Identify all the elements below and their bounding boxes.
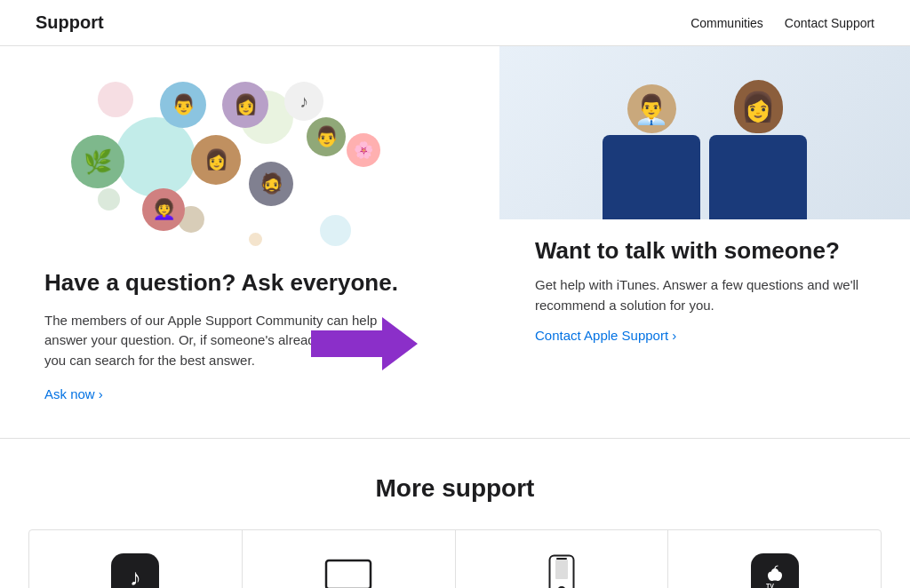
contact-apple-support-link[interactable]: Contact Apple Support › — [535, 328, 676, 343]
person-1-head: 👨‍💼 — [627, 84, 676, 133]
avatar-5: 👩‍🦱 — [142, 188, 185, 231]
people-illustration: 👨‍💼 👩 — [499, 46, 910, 233]
color-blob-pink — [98, 82, 133, 117]
support-item-watch[interactable]: Watch Movies & TV Shows › — [243, 530, 456, 588]
panel-left: 👨 👩 🌿 👩 👩‍🦱 🧔 👨 ♪ 🌸 Have a question? Ask… — [0, 46, 499, 438]
avatar-1: 👨 — [160, 82, 206, 128]
support-item-ipod[interactable]: iPod Support › — [456, 530, 669, 588]
avatar-7: 👨 — [307, 117, 346, 156]
color-blob-peach — [249, 233, 262, 246]
music-note-bubble: ♪ — [284, 82, 323, 121]
support-grid: ♪ Music Support › Watch Movies & TV Show… — [28, 529, 882, 588]
person-2: 👩 — [709, 80, 807, 233]
apple-tv-icon: TV — [751, 553, 799, 588]
color-blob-blue — [320, 215, 351, 246]
more-support-section: More support ♪ Music Support › Watch Mov… — [0, 439, 910, 588]
music-icon-wrap: ♪ — [110, 552, 160, 588]
header-nav: Communities Contact Support — [690, 16, 874, 30]
panel-right-content: Want to talk with someone? Get help with… — [499, 219, 910, 438]
panel-right: 👨‍💼 👩 Want to talk with someone? Get hel… — [499, 46, 910, 438]
svg-marker-0 — [311, 317, 418, 370]
avatar-4: 👩 — [191, 135, 241, 185]
more-support-heading: More support — [18, 474, 892, 503]
ipod-icon-wrap — [537, 552, 587, 588]
ask-now-link[interactable]: Ask now › — [44, 386, 103, 401]
person-2-body — [709, 135, 807, 233]
arrow-decoration — [311, 317, 418, 374]
left-heading: Have a question? Ask everyone. — [44, 268, 455, 298]
bubble-cluster: 👨 👩 🌿 👩 👩‍🦱 🧔 👨 ♪ 🌸 — [44, 73, 364, 250]
person-1: 👨‍💼 — [603, 84, 700, 233]
right-body: Get help with iTunes. Answer a few quest… — [535, 275, 873, 315]
nav-contact-support[interactable]: Contact Support — [785, 16, 874, 30]
avatar-6: 🧔 — [249, 162, 293, 206]
header: Support Communities Contact Support — [0, 0, 910, 46]
svg-text:TV: TV — [766, 583, 774, 588]
tv-outline-icon — [324, 558, 372, 588]
support-item-music[interactable]: ♪ Music Support › — [29, 530, 243, 588]
nav-communities[interactable]: Communities — [690, 16, 763, 30]
avatar-3: 🌿 — [71, 135, 124, 188]
main-content: 👨 👩 🌿 👩 👩‍🦱 🧔 👨 ♪ 🌸 Have a question? Ask… — [0, 46, 910, 439]
music-icon: ♪ — [111, 553, 159, 588]
header-logo: Support — [36, 12, 104, 33]
flower-bubble: 🌸 — [347, 133, 380, 167]
svg-rect-1 — [326, 560, 371, 588]
person-1-body — [603, 135, 700, 233]
color-blob-sage — [98, 188, 120, 211]
right-heading: Want to talk with someone? — [535, 237, 874, 265]
color-blob-teal — [116, 117, 196, 197]
tv-icon-wrap — [323, 552, 373, 588]
ipod-outline-icon — [538, 558, 586, 588]
person-2-head: 👩 — [734, 80, 783, 133]
apple-tv-icon-wrap: TV — [750, 552, 800, 588]
support-item-apple-tv[interactable]: TV Apple TV Support › — [668, 530, 881, 588]
svg-rect-5 — [555, 560, 568, 579]
avatar-2: 👩 — [222, 82, 268, 128]
